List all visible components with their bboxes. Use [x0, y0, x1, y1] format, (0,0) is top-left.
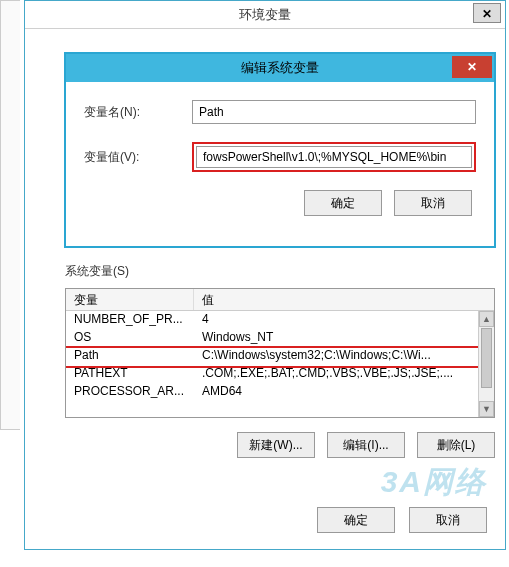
scroll-up-icon[interactable]: ▲	[479, 311, 494, 327]
cell-name: Path	[66, 347, 194, 365]
delete-button[interactable]: 删除(L)	[417, 432, 495, 458]
system-vars-table: 变量 值 NUMBER_OF_PR... 4 OS Windows_NT Pat…	[65, 288, 495, 418]
var-name-row: 变量名(N):	[84, 100, 476, 124]
cell-value: 4	[194, 311, 494, 329]
cell-value: AMD64	[194, 383, 494, 401]
inner-button-row: 确定 取消	[84, 190, 476, 216]
cell-name: OS	[66, 329, 194, 347]
inner-titlebar: 编辑系统变量 ✕	[66, 54, 494, 82]
inner-title: 编辑系统变量	[241, 59, 319, 77]
var-value-input[interactable]	[196, 146, 472, 168]
cell-value: .COM;.EXE;.BAT;.CMD;.VBS;.VBE;.JS;.JSE;.…	[194, 365, 494, 383]
table-row[interactable]: Path C:\Windows\system32;C:\Windows;C:\W…	[66, 347, 494, 365]
cell-name: PROCESSOR_AR...	[66, 383, 194, 401]
outer-titlebar: 环境变量 ✕	[25, 1, 505, 29]
inner-ok-button[interactable]: 确定	[304, 190, 382, 216]
outer-ok-button[interactable]: 确定	[317, 507, 395, 533]
system-vars-label: 系统变量(S)	[65, 263, 495, 280]
cell-name: NUMBER_OF_PR...	[66, 311, 194, 329]
outer-close-button[interactable]: ✕	[473, 3, 501, 23]
var-value-highlight	[192, 142, 476, 172]
table-row[interactable]: OS Windows_NT	[66, 329, 494, 347]
bottom-button-row: 确定 取消	[317, 507, 487, 533]
scroll-down-icon[interactable]: ▼	[479, 401, 494, 417]
edit-button[interactable]: 编辑(I)...	[327, 432, 405, 458]
inner-close-button[interactable]: ✕	[452, 56, 492, 78]
col-header-name[interactable]: 变量	[66, 289, 194, 310]
table-body: NUMBER_OF_PR... 4 OS Windows_NT Path C:\…	[66, 311, 494, 417]
env-vars-dialog: 环境变量 ✕ 编辑系统变量 ✕ 变量名(N): 变量值(V): 确定	[24, 0, 506, 550]
col-header-value[interactable]: 值	[194, 289, 494, 310]
var-name-input[interactable]	[192, 100, 476, 124]
edit-sysvar-dialog: 编辑系统变量 ✕ 变量名(N): 变量值(V): 确定 取消	[65, 53, 495, 247]
system-vars-section: 系统变量(S) 变量 值 NUMBER_OF_PR... 4 OS Window…	[65, 263, 495, 458]
inner-cancel-button[interactable]: 取消	[394, 190, 472, 216]
scroll-thumb[interactable]	[481, 328, 492, 388]
sys-button-row: 新建(W)... 编辑(I)... 删除(L)	[65, 432, 495, 458]
cell-value: C:\Windows\system32;C:\Windows;C:\Wi...	[194, 347, 494, 365]
left-panel-edge	[0, 0, 20, 430]
var-value-row: 变量值(V):	[84, 142, 476, 172]
table-row[interactable]: PROCESSOR_AR... AMD64	[66, 383, 494, 401]
close-icon: ✕	[482, 7, 492, 21]
table-row[interactable]: NUMBER_OF_PR... 4	[66, 311, 494, 329]
vertical-scrollbar[interactable]: ▲ ▼	[478, 311, 494, 417]
table-header: 变量 值	[66, 289, 494, 311]
close-icon: ✕	[467, 60, 477, 74]
var-name-label: 变量名(N):	[84, 104, 192, 121]
inner-body: 变量名(N): 变量值(V): 确定 取消	[66, 82, 494, 228]
cell-value: Windows_NT	[194, 329, 494, 347]
table-row[interactable]: PATHEXT .COM;.EXE;.BAT;.CMD;.VBS;.VBE;.J…	[66, 365, 494, 383]
outer-title: 环境变量	[239, 6, 291, 24]
var-value-label: 变量值(V):	[84, 149, 192, 166]
new-button[interactable]: 新建(W)...	[237, 432, 315, 458]
outer-cancel-button[interactable]: 取消	[409, 507, 487, 533]
watermark: 3A网络	[381, 462, 487, 503]
cell-name: PATHEXT	[66, 365, 194, 383]
